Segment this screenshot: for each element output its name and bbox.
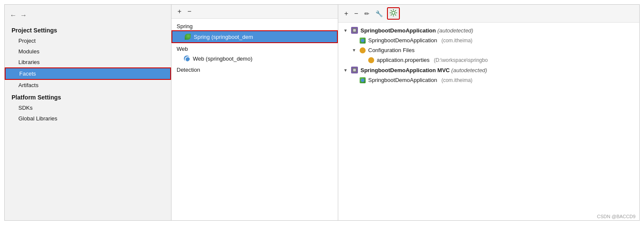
sidebar-item-project[interactable]: Project	[5, 35, 171, 46]
remove-facet-button[interactable]: −	[186, 7, 193, 16]
tree-item-0[interactable]: ▼ SpringbootDemoApplication (autodetecte…	[338, 25, 639, 35]
tree-item-sub-5: (com.itheima)	[441, 77, 473, 83]
middle-toolbar: + −	[171, 5, 338, 19]
right-content: ▼ SpringbootDemoApplication (autodetecte…	[338, 23, 639, 220]
tree-item-2[interactable]: ▼ Configuration Files	[338, 45, 639, 55]
right-panel: + − ✏ 🔧 ▼	[338, 5, 639, 220]
spring-category-label: Spring	[171, 20, 338, 30]
chevron-icon-0: ▼	[343, 28, 349, 33]
tree-item-name-0: SpringbootDemoApplication (autodetected)	[360, 27, 473, 34]
tree-item-name-4: SpringbootDemoApplication MVC (autodetec…	[360, 67, 487, 73]
forward-arrow[interactable]: →	[20, 12, 27, 19]
spring-facet-item[interactable]: Spring (springboot_dem	[171, 30, 338, 43]
module-icon-0	[351, 27, 358, 34]
tree-item-sub-1: (com.itheima)	[441, 38, 473, 44]
config-sm-icon-3	[368, 57, 374, 63]
autodetect-gear-icon	[390, 9, 397, 17]
svg-rect-5	[353, 69, 356, 71]
watermark-text: CSDN @BACCD9	[597, 214, 635, 219]
project-settings-heading: Project Settings	[5, 23, 171, 35]
right-add-button[interactable]: +	[343, 9, 350, 18]
sidebar-item-sdks[interactable]: SDKs	[5, 102, 171, 113]
tree-item-name-3: application.properties	[377, 57, 430, 63]
add-facet-button[interactable]: +	[176, 7, 183, 16]
tree-item-name-2: Configuration Files	[368, 47, 414, 53]
back-arrow[interactable]: ←	[10, 12, 17, 19]
tree-item-1[interactable]: SpringbootDemoApplication (com.itheima)	[338, 35, 639, 45]
web-icon	[183, 55, 190, 62]
sidebar-item-artifacts[interactable]: Artifacts	[5, 80, 171, 91]
app-icon-5	[360, 77, 366, 83]
right-gear-button[interactable]	[387, 7, 400, 20]
tree-item-5[interactable]: SpringbootDemoApplication (com.itheima)	[338, 75, 639, 85]
chevron-icon-4: ▼	[343, 68, 349, 73]
right-edit-button[interactable]: ✏	[363, 9, 371, 18]
spring-facet-label: Spring (springboot_dem	[194, 34, 253, 40]
right-toolbar: + − ✏ 🔧	[338, 5, 639, 23]
spring-icon	[184, 33, 191, 40]
tree-item-name-1: SpringbootDemoApplication	[368, 37, 437, 44]
web-facet-item[interactable]: Web (springboot_demo)	[171, 53, 338, 64]
svg-point-6	[361, 79, 364, 82]
middle-panel: + − Spring Spring (springboot_dem Web	[171, 5, 338, 220]
sidebar-item-global-libraries[interactable]: Global Libraries	[5, 113, 171, 124]
left-nav-panel: ← → Project Settings Project Modules Lib…	[5, 5, 171, 220]
sidebar-item-modules[interactable]: Modules	[5, 46, 171, 57]
svg-rect-2	[353, 29, 356, 32]
sidebar-item-libraries[interactable]: Libraries	[5, 57, 171, 67]
detection-category-label: Detection	[171, 64, 338, 74]
svg-point-3	[361, 39, 364, 42]
tree-item-3[interactable]: application.properties (D:\workspace\spr…	[338, 55, 639, 65]
chevron-icon-2: ▼	[352, 48, 357, 53]
svg-point-0	[392, 12, 395, 15]
nav-arrows: ← →	[5, 9, 171, 23]
module-icon-4	[351, 67, 358, 73]
sidebar-item-facets[interactable]: Facets	[5, 67, 171, 80]
tree-item-4[interactable]: ▼ SpringbootDemoApplication MVC (autodet…	[338, 65, 639, 75]
tree-item-name-5: SpringbootDemoApplication	[368, 77, 437, 83]
config-icon-2	[360, 47, 366, 53]
web-category-label: Web	[171, 43, 338, 53]
web-facet-label: Web (springboot_demo)	[193, 56, 252, 62]
right-remove-button[interactable]: −	[352, 9, 360, 18]
right-wrench-button[interactable]: 🔧	[374, 9, 384, 18]
app-icon-1	[360, 38, 366, 44]
platform-settings-heading: Platform Settings	[5, 91, 171, 102]
middle-content: Spring Spring (springboot_dem Web Web (s…	[171, 19, 338, 220]
tree-item-sub-3: (D:\workspace\springbo	[434, 57, 488, 63]
